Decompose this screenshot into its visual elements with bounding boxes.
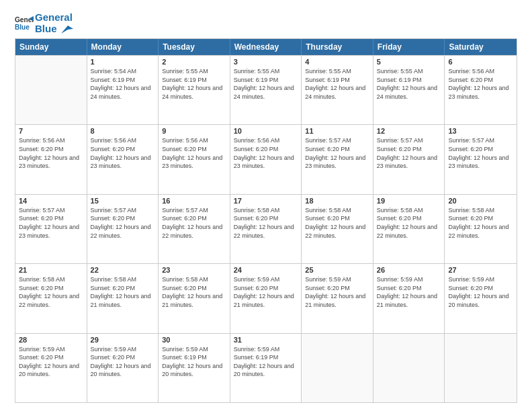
logo-icon: General Blue xyxy=(15,14,34,33)
calendar-header-tuesday: Tuesday xyxy=(159,39,230,55)
day-info: Sunrise: 5:58 AMSunset: 6:20 PMDaylight:… xyxy=(234,206,298,240)
calendar-week-3: 14Sunrise: 5:57 AMSunset: 6:20 PMDayligh… xyxy=(15,194,517,263)
day-number: 27 xyxy=(448,266,513,274)
calendar-cell: 21Sunrise: 5:58 AMSunset: 6:20 PMDayligh… xyxy=(15,264,87,332)
calendar-cell xyxy=(445,334,517,402)
day-number: 12 xyxy=(377,127,441,135)
calendar-cell: 29Sunrise: 5:59 AMSunset: 6:20 PMDayligh… xyxy=(87,334,159,402)
calendar-cell: 25Sunrise: 5:59 AMSunset: 6:20 PMDayligh… xyxy=(302,264,373,332)
calendar-cell: 19Sunrise: 5:58 AMSunset: 6:20 PMDayligh… xyxy=(373,195,445,263)
day-info: Sunrise: 5:56 AMSunset: 6:20 PMDaylight:… xyxy=(91,136,155,170)
day-info: Sunrise: 5:59 AMSunset: 6:20 PMDaylight:… xyxy=(234,275,298,309)
day-info: Sunrise: 5:58 AMSunset: 6:20 PMDaylight:… xyxy=(19,275,83,309)
day-info: Sunrise: 5:55 AMSunset: 6:19 PMDaylight:… xyxy=(162,67,226,101)
calendar-cell: 20Sunrise: 5:58 AMSunset: 6:20 PMDayligh… xyxy=(445,195,517,263)
day-info: Sunrise: 5:55 AMSunset: 6:19 PMDaylight:… xyxy=(305,67,369,101)
day-info: Sunrise: 5:58 AMSunset: 6:20 PMDaylight:… xyxy=(305,206,369,240)
calendar-cell: 28Sunrise: 5:59 AMSunset: 6:20 PMDayligh… xyxy=(15,334,87,402)
day-number: 3 xyxy=(234,58,298,66)
calendar-cell: 4Sunrise: 5:55 AMSunset: 6:19 PMDaylight… xyxy=(302,56,373,124)
calendar-header-wednesday: Wednesday xyxy=(230,39,302,55)
calendar-header: SundayMondayTuesdayWednesdayThursdayFrid… xyxy=(15,39,517,55)
day-number: 25 xyxy=(305,266,369,274)
calendar-cell: 26Sunrise: 5:59 AMSunset: 6:20 PMDayligh… xyxy=(373,264,445,332)
svg-text:General: General xyxy=(15,16,34,24)
day-info: Sunrise: 5:56 AMSunset: 6:20 PMDaylight:… xyxy=(19,136,83,170)
svg-text:Blue: Blue xyxy=(15,24,30,31)
calendar-cell: 17Sunrise: 5:58 AMSunset: 6:20 PMDayligh… xyxy=(230,195,302,263)
calendar-body: 1Sunrise: 5:54 AMSunset: 6:19 PMDaylight… xyxy=(15,55,517,402)
day-info: Sunrise: 5:56 AMSunset: 6:20 PMDaylight:… xyxy=(234,136,298,170)
svg-marker-4 xyxy=(61,26,73,34)
day-info: Sunrise: 5:57 AMSunset: 6:20 PMDaylight:… xyxy=(377,136,441,170)
day-number: 23 xyxy=(162,266,226,274)
calendar-cell xyxy=(15,56,87,124)
calendar-cell xyxy=(302,334,373,402)
day-info: Sunrise: 5:59 AMSunset: 6:20 PMDaylight:… xyxy=(448,275,513,309)
day-number: 21 xyxy=(19,266,83,274)
day-number: 22 xyxy=(91,266,155,274)
calendar-header-thursday: Thursday xyxy=(302,39,373,55)
day-number: 17 xyxy=(234,197,298,205)
day-info: Sunrise: 5:55 AMSunset: 6:19 PMDaylight:… xyxy=(234,67,298,101)
day-number: 30 xyxy=(162,336,226,344)
day-number: 18 xyxy=(305,197,369,205)
calendar-week-5: 28Sunrise: 5:59 AMSunset: 6:20 PMDayligh… xyxy=(15,333,517,402)
day-info: Sunrise: 5:59 AMSunset: 6:19 PMDaylight:… xyxy=(162,345,226,379)
logo-text-blue: Blue xyxy=(35,24,73,35)
day-number: 26 xyxy=(377,266,441,274)
calendar-cell: 2Sunrise: 5:55 AMSunset: 6:19 PMDaylight… xyxy=(159,56,230,124)
day-number: 9 xyxy=(162,127,226,135)
day-info: Sunrise: 5:55 AMSunset: 6:19 PMDaylight:… xyxy=(377,67,441,101)
calendar-cell: 30Sunrise: 5:59 AMSunset: 6:19 PMDayligh… xyxy=(159,334,230,402)
day-number: 8 xyxy=(91,127,155,135)
calendar-cell: 23Sunrise: 5:58 AMSunset: 6:20 PMDayligh… xyxy=(159,264,230,332)
day-number: 31 xyxy=(234,336,298,344)
calendar-week-1: 1Sunrise: 5:54 AMSunset: 6:19 PMDaylight… xyxy=(15,55,517,124)
day-number: 1 xyxy=(91,58,155,66)
day-info: Sunrise: 5:59 AMSunset: 6:20 PMDaylight:… xyxy=(377,275,441,309)
calendar-cell: 5Sunrise: 5:55 AMSunset: 6:19 PMDaylight… xyxy=(373,56,445,124)
day-info: Sunrise: 5:54 AMSunset: 6:19 PMDaylight:… xyxy=(91,67,155,101)
day-number: 5 xyxy=(377,58,441,66)
day-info: Sunrise: 5:58 AMSunset: 6:20 PMDaylight:… xyxy=(91,275,155,309)
day-info: Sunrise: 5:56 AMSunset: 6:20 PMDaylight:… xyxy=(162,136,226,170)
calendar-cell: 18Sunrise: 5:58 AMSunset: 6:20 PMDayligh… xyxy=(302,195,373,263)
header: General Blue General Blue xyxy=(15,12,517,34)
day-info: Sunrise: 5:58 AMSunset: 6:20 PMDaylight:… xyxy=(162,275,226,309)
day-info: Sunrise: 5:57 AMSunset: 6:20 PMDaylight:… xyxy=(19,206,83,240)
day-number: 10 xyxy=(234,127,298,135)
day-info: Sunrise: 5:59 AMSunset: 6:20 PMDaylight:… xyxy=(19,345,83,379)
logo-bird-icon xyxy=(61,26,73,34)
calendar-cell: 10Sunrise: 5:56 AMSunset: 6:20 PMDayligh… xyxy=(230,125,302,193)
calendar-cell: 14Sunrise: 5:57 AMSunset: 6:20 PMDayligh… xyxy=(15,195,87,263)
calendar-cell: 3Sunrise: 5:55 AMSunset: 6:19 PMDaylight… xyxy=(230,56,302,124)
calendar-cell: 13Sunrise: 5:57 AMSunset: 6:20 PMDayligh… xyxy=(445,125,517,193)
page: General Blue General Blue xyxy=(0,0,532,411)
day-number: 11 xyxy=(305,127,369,135)
day-number: 2 xyxy=(162,58,226,66)
day-number: 15 xyxy=(91,197,155,205)
calendar-cell: 1Sunrise: 5:54 AMSunset: 6:19 PMDaylight… xyxy=(87,56,159,124)
day-info: Sunrise: 5:57 AMSunset: 6:20 PMDaylight:… xyxy=(162,206,226,240)
day-info: Sunrise: 5:58 AMSunset: 6:20 PMDaylight:… xyxy=(448,206,513,240)
calendar-week-4: 21Sunrise: 5:58 AMSunset: 6:20 PMDayligh… xyxy=(15,263,517,332)
logo: General Blue General Blue xyxy=(15,12,73,34)
day-number: 24 xyxy=(234,266,298,274)
day-number: 14 xyxy=(19,197,83,205)
calendar-cell: 31Sunrise: 5:59 AMSunset: 6:19 PMDayligh… xyxy=(230,334,302,402)
calendar-header-monday: Monday xyxy=(87,39,159,55)
calendar-cell: 7Sunrise: 5:56 AMSunset: 6:20 PMDaylight… xyxy=(15,125,87,193)
calendar-header-saturday: Saturday xyxy=(445,39,517,55)
calendar-cell: 11Sunrise: 5:57 AMSunset: 6:20 PMDayligh… xyxy=(302,125,373,193)
day-info: Sunrise: 5:59 AMSunset: 6:20 PMDaylight:… xyxy=(91,345,155,379)
calendar-cell: 15Sunrise: 5:57 AMSunset: 6:20 PMDayligh… xyxy=(87,195,159,263)
calendar-cell: 24Sunrise: 5:59 AMSunset: 6:20 PMDayligh… xyxy=(230,264,302,332)
day-info: Sunrise: 5:57 AMSunset: 6:20 PMDaylight:… xyxy=(448,136,513,170)
calendar-cell: 12Sunrise: 5:57 AMSunset: 6:20 PMDayligh… xyxy=(373,125,445,193)
day-number: 16 xyxy=(162,197,226,205)
day-info: Sunrise: 5:57 AMSunset: 6:20 PMDaylight:… xyxy=(91,206,155,240)
day-number: 20 xyxy=(448,197,513,205)
day-info: Sunrise: 5:57 AMSunset: 6:20 PMDaylight:… xyxy=(305,136,369,170)
calendar-cell: 8Sunrise: 5:56 AMSunset: 6:20 PMDaylight… xyxy=(87,125,159,193)
